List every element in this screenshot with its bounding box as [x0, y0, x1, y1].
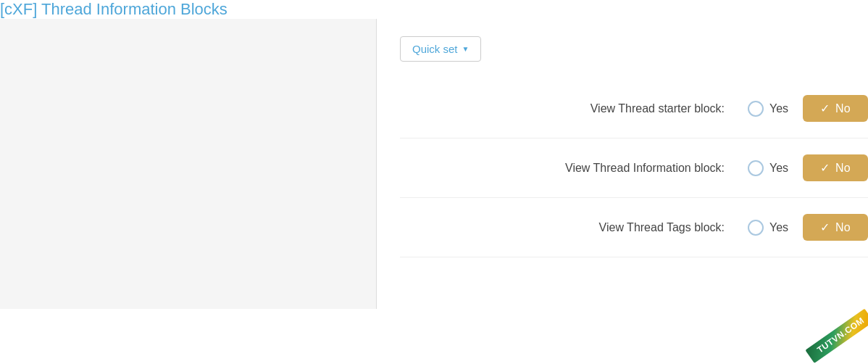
option-yes[interactable]: Yes: [748, 220, 788, 236]
check-icon: ✓: [820, 102, 830, 115]
option-label: No: [835, 102, 850, 115]
page-header: [cXF] Thread Information Blocks: [0, 0, 868, 19]
check-icon: ✓: [820, 220, 830, 234]
setting-row: View Thread Information block:Yes✓NoNeve…: [400, 138, 868, 198]
radio-circle-icon: [748, 101, 764, 117]
setting-label: View Thread Tags block:: [400, 221, 748, 234]
options-group: Yes✓NoNever: [748, 95, 868, 122]
options-group: Yes✓NoNever: [748, 214, 868, 241]
option-label: No: [835, 162, 850, 175]
setting-row: View Thread starter block:Yes✓NoNever: [400, 79, 868, 138]
right-panel: Quick set ▼ View Thread starter block:Ye…: [377, 19, 868, 309]
setting-label: View Thread starter block:: [400, 102, 748, 115]
option-no-button[interactable]: ✓No: [803, 95, 867, 122]
option-yes[interactable]: Yes: [748, 160, 788, 176]
radio-circle-icon: [748, 220, 764, 236]
quick-set-row: Quick set ▼: [400, 36, 868, 62]
check-icon: ✓: [820, 161, 830, 175]
radio-circle-icon: [748, 160, 764, 176]
option-yes[interactable]: Yes: [748, 101, 788, 117]
option-label: No: [835, 221, 850, 234]
radio-label: Yes: [769, 162, 788, 175]
chevron-down-icon: ▼: [462, 45, 470, 53]
radio-label: Yes: [769, 102, 788, 115]
settings-container: View Thread starter block:Yes✓NoNeverVie…: [400, 79, 868, 257]
option-no-button[interactable]: ✓No: [803, 154, 867, 181]
option-no-button[interactable]: ✓No: [803, 214, 867, 241]
left-panel: [0, 19, 377, 309]
page-title: [cXF] Thread Information Blocks: [0, 0, 868, 19]
options-group: Yes✓NoNever: [748, 154, 868, 181]
setting-row: View Thread Tags block:Yes✓NoNever: [400, 198, 868, 257]
setting-label: View Thread Information block:: [400, 162, 748, 175]
content-area: Quick set ▼ View Thread starter block:Ye…: [0, 19, 868, 309]
quick-set-button[interactable]: Quick set ▼: [400, 36, 481, 62]
radio-label: Yes: [769, 221, 788, 234]
quick-set-label: Quick set: [412, 43, 458, 55]
